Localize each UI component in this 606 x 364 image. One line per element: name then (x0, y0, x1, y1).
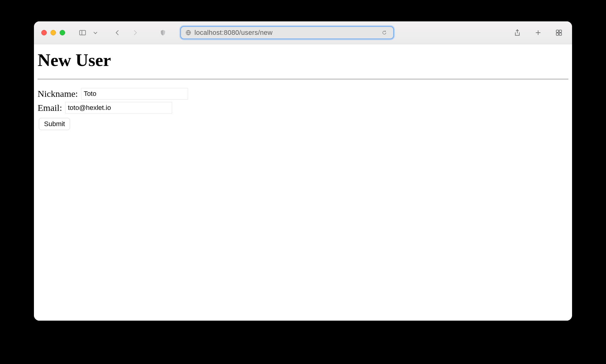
page-content: New User Nickname: Email: Submit (34, 44, 572, 321)
sidebar-menu-button[interactable] (90, 27, 101, 38)
address-bar[interactable] (180, 26, 394, 39)
chevron-left-icon (113, 29, 121, 37)
globe-icon (185, 30, 191, 36)
close-window-button[interactable] (41, 30, 47, 35)
sidebar-toggle-group (77, 27, 101, 38)
shield-icon (159, 29, 167, 36)
chevron-down-icon (91, 29, 99, 37)
forward-button[interactable] (129, 27, 141, 38)
maximize-window-button[interactable] (60, 30, 65, 35)
right-toolbar (512, 27, 565, 38)
svg-rect-7 (559, 30, 562, 32)
url-input[interactable] (194, 29, 380, 37)
email-input[interactable] (65, 102, 172, 114)
sidebar-icon (79, 29, 87, 37)
page-title: New User (38, 50, 568, 70)
plus-icon (534, 29, 542, 37)
nickname-label: Nickname: (38, 89, 78, 99)
browser-titlebar (34, 21, 572, 44)
share-icon (513, 29, 521, 37)
browser-window: New User Nickname: Email: Submit (34, 21, 572, 321)
sidebar-toggle-button[interactable] (77, 27, 88, 38)
privacy-group (157, 27, 168, 38)
chevron-right-icon (131, 29, 139, 37)
nickname-row: Nickname: (38, 88, 568, 100)
window-controls (41, 30, 65, 35)
new-tab-button[interactable] (532, 27, 544, 38)
share-button[interactable] (512, 27, 523, 38)
reload-icon (382, 30, 387, 35)
svg-rect-9 (559, 33, 562, 35)
back-button[interactable] (112, 27, 123, 38)
tab-overview-button[interactable] (553, 27, 565, 38)
svg-rect-0 (79, 30, 86, 35)
new-user-form: Nickname: Email: Submit (38, 88, 568, 130)
email-row: Email: (38, 102, 568, 114)
nickname-input[interactable] (81, 88, 188, 100)
grid-icon (555, 29, 563, 37)
navigation-group (112, 27, 141, 38)
minimize-window-button[interactable] (50, 30, 56, 35)
privacy-report-button[interactable] (157, 27, 168, 38)
email-label: Email: (38, 103, 62, 113)
svg-rect-6 (556, 30, 559, 32)
svg-rect-8 (556, 33, 559, 35)
reload-button[interactable] (380, 28, 389, 37)
separator (38, 79, 568, 79)
submit-button[interactable]: Submit (39, 118, 70, 130)
